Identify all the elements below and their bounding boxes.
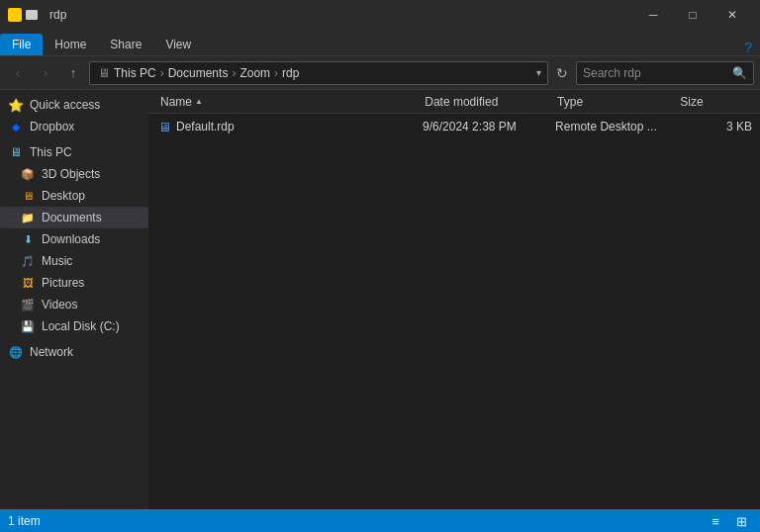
- sidebar-item-downloads[interactable]: ⬇ Downloads: [0, 228, 148, 250]
- sidebar-item-documents[interactable]: 📁 Documents: [0, 207, 148, 228]
- window-title: rdp: [49, 8, 633, 22]
- maximize-button[interactable]: □: [673, 0, 712, 30]
- back-button[interactable]: ‹: [6, 61, 30, 85]
- table-row[interactable]: 🖥 Default.rdp 9/6/2024 2:38 PM Remote De…: [148, 116, 760, 137]
- sidebar-label-dropbox: Dropbox: [30, 120, 74, 133]
- breadcrumb-rdp[interactable]: rdp: [282, 66, 299, 80]
- title-icon-folder: [8, 8, 22, 22]
- search-icon: 🔍: [732, 66, 747, 80]
- title-icon-folder2: [26, 10, 38, 20]
- sidebar-item-localdisk[interactable]: 💾 Local Disk (C:): [0, 315, 148, 337]
- sidebar-item-music[interactable]: 🎵 Music: [0, 250, 148, 272]
- sidebar-label-downloads: Downloads: [42, 232, 100, 246]
- file-icon: 🖥: [156, 119, 172, 134]
- desktop-icon: 🖥: [20, 188, 36, 204]
- help-icon[interactable]: ?: [744, 40, 752, 55]
- sidebar-item-pictures[interactable]: 🖼 Pictures: [0, 272, 148, 294]
- network-icon: 🌐: [8, 344, 24, 360]
- refresh-button[interactable]: ↻: [552, 61, 572, 85]
- tab-home[interactable]: Home: [43, 34, 98, 55]
- 3dobjects-icon: 📦: [20, 166, 36, 182]
- ribbon: File Home Share View ?: [0, 30, 760, 56]
- status-view-controls: ≡ ⊞: [705, 512, 752, 530]
- documents-icon: 📁: [20, 210, 36, 225]
- file-size: 3 KB: [679, 120, 752, 133]
- up-button[interactable]: ↑: [61, 61, 85, 85]
- sidebar-label-desktop: Desktop: [42, 189, 85, 203]
- sidebar-label-quickaccess: Quick access: [30, 98, 100, 112]
- column-name[interactable]: Name ▲: [156, 95, 421, 109]
- forward-button[interactable]: ›: [34, 61, 57, 85]
- downloads-icon: ⬇: [20, 231, 36, 247]
- videos-icon: 🎬: [20, 297, 36, 312]
- file-area: Name ▲ Date modified Type Size 🖥 Default…: [148, 90, 760, 509]
- title-bar: rdp ─ □ ✕: [0, 0, 760, 30]
- grid-view-button[interactable]: ⊞: [730, 512, 752, 530]
- sidebar-item-network[interactable]: 🌐 Network: [0, 341, 148, 363]
- sep3: ›: [274, 66, 278, 80]
- sidebar-label-localdisk: Local Disk (C:): [42, 319, 120, 333]
- breadcrumb: 🖥 This PC › Documents › Zoom › rdp: [96, 66, 299, 80]
- thispc-icon: 🖥: [8, 144, 24, 160]
- sidebar-label-pictures: Pictures: [42, 276, 84, 290]
- pictures-icon: 🖼: [20, 275, 36, 291]
- sidebar-item-videos[interactable]: 🎬 Videos: [0, 294, 148, 315]
- sidebar-label-documents: Documents: [42, 211, 102, 224]
- column-date[interactable]: Date modified: [421, 95, 553, 109]
- window-controls: ─ □ ✕: [633, 0, 752, 30]
- address-input[interactable]: 🖥 This PC › Documents › Zoom › rdp ▾: [89, 61, 548, 85]
- tab-view[interactable]: View: [153, 34, 203, 55]
- address-bar: ‹ › ↑ 🖥 This PC › Documents › Zoom › rdp…: [0, 56, 760, 90]
- this-pc-icon: 🖥: [98, 66, 110, 80]
- sidebar-label-network: Network: [30, 345, 73, 359]
- minimize-button[interactable]: ─: [633, 0, 673, 30]
- status-item-count: 1 item: [8, 514, 41, 528]
- file-date: 9/6/2024 2:38 PM: [423, 120, 551, 133]
- sep1: ›: [160, 66, 164, 80]
- sidebar-item-desktop[interactable]: 🖥 Desktop: [0, 185, 148, 207]
- sidebar-item-quickaccess[interactable]: ⭐ Quick access: [0, 94, 148, 116]
- sep2: ›: [232, 66, 236, 80]
- star-icon: ⭐: [8, 97, 24, 113]
- breadcrumb-documents[interactable]: Documents: [168, 66, 229, 80]
- column-size[interactable]: Size: [676, 95, 752, 109]
- list-view-button[interactable]: ≡: [705, 512, 726, 530]
- breadcrumb-thispc[interactable]: This PC: [114, 66, 156, 80]
- sidebar: ⭐ Quick access ◆ Dropbox 🖥 This PC 📦 3D …: [0, 90, 148, 509]
- file-type: Remote Desktop ...: [555, 120, 675, 133]
- close-button[interactable]: ✕: [712, 0, 752, 30]
- status-bar: 1 item ≡ ⊞: [0, 509, 760, 532]
- sidebar-item-dropbox[interactable]: ◆ Dropbox: [0, 116, 148, 137]
- tab-share[interactable]: Share: [98, 34, 153, 55]
- tab-file[interactable]: File: [0, 34, 43, 55]
- breadcrumb-zoom[interactable]: Zoom: [239, 66, 270, 80]
- sidebar-label-thispc: This PC: [30, 145, 72, 159]
- sidebar-label-videos: Videos: [42, 298, 77, 311]
- sidebar-label-3dobjects: 3D Objects: [42, 167, 100, 181]
- sidebar-item-3dobjects[interactable]: 📦 3D Objects: [0, 163, 148, 185]
- sort-arrow-name: ▲: [195, 97, 203, 106]
- search-box[interactable]: Search rdp 🔍: [576, 61, 754, 85]
- sidebar-item-thispc[interactable]: 🖥 This PC: [0, 141, 148, 163]
- column-header: Name ▲ Date modified Type Size: [148, 90, 760, 114]
- dropdown-arrow: ▾: [536, 67, 541, 78]
- search-placeholder: Search rdp: [583, 66, 641, 80]
- title-bar-icons: [8, 8, 38, 22]
- dropbox-icon: ◆: [8, 119, 24, 134]
- file-name: Default.rdp: [176, 120, 419, 133]
- ribbon-tabs: File Home Share View ?: [0, 30, 760, 55]
- column-type[interactable]: Type: [553, 95, 676, 109]
- localdisk-icon: 💾: [20, 318, 36, 334]
- music-icon: 🎵: [20, 253, 36, 269]
- main-area: ⭐ Quick access ◆ Dropbox 🖥 This PC 📦 3D …: [0, 90, 760, 509]
- file-list: 🖥 Default.rdp 9/6/2024 2:38 PM Remote De…: [148, 114, 760, 139]
- sidebar-label-music: Music: [42, 254, 72, 268]
